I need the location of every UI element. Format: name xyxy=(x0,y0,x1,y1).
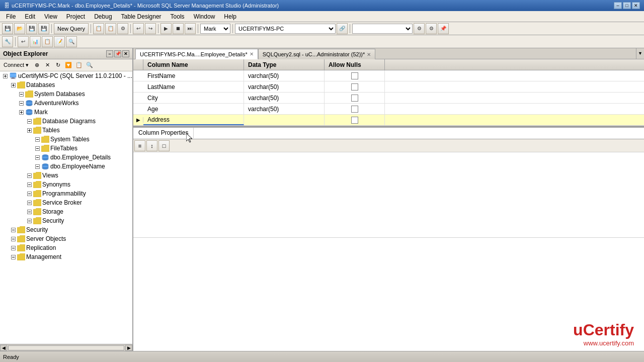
toolbar-step-btn[interactable]: ⏭ xyxy=(185,23,196,34)
tree-expand-adventure[interactable] xyxy=(17,99,25,107)
minimize-button[interactable]: – xyxy=(614,2,622,9)
tab-close-tab1[interactable]: ✕ xyxy=(250,51,254,57)
tree-item-views[interactable]: Views xyxy=(0,171,132,180)
tree-expand-tables[interactable] xyxy=(25,126,33,134)
oe-remove-btn[interactable]: ✕ xyxy=(42,60,52,70)
oe-scrollbar[interactable]: ◀ ▶ xyxy=(0,344,132,351)
tree-item-tables[interactable]: Tables xyxy=(0,126,132,135)
row-null-3[interactable] xyxy=(325,104,385,114)
tree-expand-management[interactable] xyxy=(9,253,17,261)
tree-item-databases[interactable]: Databases xyxy=(0,80,132,89)
maximize-button[interactable]: □ xyxy=(623,2,631,9)
props-alphabetical-btn[interactable]: ↕ xyxy=(146,140,157,151)
tree-item-storage[interactable]: Storage xyxy=(0,207,132,216)
row-null-checkbox-4[interactable] xyxy=(351,117,358,124)
tree-expand-file-tables[interactable] xyxy=(33,144,41,152)
toolbar-save-btn[interactable]: 💾 xyxy=(2,23,13,34)
toolbar-more-btn[interactable]: ⚙ xyxy=(426,23,437,34)
tab-tab2[interactable]: SQLQuery2.sql - uC...Administrator (52))… xyxy=(258,49,376,59)
menu-item-view[interactable]: View xyxy=(40,12,61,21)
toolbar-redo-btn[interactable]: ↪ xyxy=(145,23,156,34)
oe-filter-btn[interactable]: 🔽 xyxy=(63,60,73,70)
tree-expand-storage[interactable] xyxy=(25,208,33,216)
tree-item-sys-db[interactable]: System Databases xyxy=(0,89,132,99)
tab-dropdown-btn[interactable]: ▼ xyxy=(636,48,644,59)
menu-item-project[interactable]: Project xyxy=(62,12,89,21)
row-name-1[interactable]: LastName xyxy=(143,81,244,92)
menu-item-window[interactable]: Window xyxy=(190,12,219,21)
tree-item-server-objects[interactable]: Server Objects xyxy=(0,234,132,243)
toolbar-connect-btn[interactable]: 🔗 xyxy=(337,23,348,34)
row-null-checkbox-2[interactable] xyxy=(351,95,358,102)
tree-item-file-tables[interactable]: FileTables xyxy=(0,144,132,153)
oe-refresh-btn[interactable]: ↻ xyxy=(53,60,63,70)
tree-expand-synonyms[interactable] xyxy=(25,180,33,189)
tree-expand-replication[interactable] xyxy=(9,244,17,252)
toolbar-btn-4[interactable]: 📋 xyxy=(105,23,116,34)
oe-scroll-left[interactable]: ◀ xyxy=(0,345,7,351)
toolbar-undo-btn[interactable]: ↩ xyxy=(133,23,144,34)
tree-expand-mark[interactable] xyxy=(17,108,25,116)
tree-expand-programmability[interactable] xyxy=(25,190,33,198)
oe-header-controls[interactable]: – 📌 ✕ xyxy=(106,50,129,57)
menu-item-help[interactable]: Help xyxy=(220,12,240,21)
oe-minimize-btn[interactable]: – xyxy=(106,50,113,57)
tree-item-db-diag[interactable]: Database Diagrams xyxy=(0,117,132,126)
tree-item-mark[interactable]: Mark xyxy=(0,108,132,117)
oe-report-btn[interactable]: 📋 xyxy=(74,60,84,70)
tree-expand-security[interactable] xyxy=(9,226,17,234)
tree-item-programmability[interactable]: Programmability xyxy=(0,189,132,198)
oe-pin-btn[interactable]: 📌 xyxy=(114,50,121,57)
tab-close-tab2[interactable]: ✕ xyxy=(367,52,371,57)
row-type-4[interactable] xyxy=(244,115,325,125)
tree-expand-db-diag[interactable] xyxy=(25,117,33,125)
template-dropdown[interactable] xyxy=(352,24,413,34)
tb2-btn-3[interactable]: 📊 xyxy=(30,36,41,47)
tree-expand-server-objects[interactable] xyxy=(9,235,17,243)
toolbar-open-btn[interactable]: 📂 xyxy=(14,23,25,34)
menu-item-tools[interactable]: Tools xyxy=(167,12,189,21)
oe-search-btn[interactable]: 🔍 xyxy=(85,60,95,70)
table-row-0[interactable]: FirstNamevarchar(50) xyxy=(133,70,644,81)
row-null-2[interactable] xyxy=(325,93,385,103)
menu-item-file[interactable]: File xyxy=(2,12,20,21)
connection-dropdown[interactable]: UCERTIFYMS-PC xyxy=(235,24,336,34)
tree-expand-sys-db[interactable] xyxy=(17,90,25,98)
oe-scroll-right[interactable]: ▶ xyxy=(125,345,132,351)
tree-item-security[interactable]: Security xyxy=(0,225,132,234)
tree-expand-emp-details[interactable] xyxy=(33,153,41,161)
toolbar-btn-3[interactable]: 📋 xyxy=(93,23,104,34)
toolbar-stop-btn[interactable]: ⏹ xyxy=(173,23,184,34)
toolbar-save-all-btn[interactable]: 💾 xyxy=(38,23,49,34)
oe-close-btn[interactable]: ✕ xyxy=(122,50,129,57)
tree-expand-sys-tables[interactable] xyxy=(33,135,41,143)
table-row-1[interactable]: LastNamevarchar(50) xyxy=(133,81,644,93)
oe-hscroll-track[interactable] xyxy=(8,345,124,350)
row-name-3[interactable]: Age xyxy=(143,104,244,114)
toolbar-debug-btn[interactable]: ▶ xyxy=(160,23,172,34)
tb2-btn-5[interactable]: 📝 xyxy=(54,36,65,47)
close-button[interactable]: ✕ xyxy=(632,2,640,9)
menu-item-debug[interactable]: Debug xyxy=(90,12,116,21)
tree-item-synonyms[interactable]: Synonyms xyxy=(0,180,132,189)
tree-item-sys-tables[interactable]: System Tables xyxy=(0,135,132,144)
tree-expand-emp-name[interactable] xyxy=(33,162,41,170)
row-null-checkbox-3[interactable] xyxy=(351,106,358,113)
tree-item-emp-details[interactable]: dbo.Employee_Details xyxy=(0,153,132,162)
row-null-checkbox-1[interactable] xyxy=(351,83,358,90)
tab-tab1[interactable]: UCERTIFYMS-PC.Ma....Employee_Details*✕ xyxy=(135,49,258,59)
props-categorized-btn[interactable]: ≡ xyxy=(134,140,145,151)
tree-item-security-db[interactable]: Security xyxy=(0,216,132,225)
row-name-4[interactable]: Address xyxy=(143,115,244,125)
title-bar-controls[interactable]: – □ ✕ xyxy=(614,2,640,9)
tree-item-emp-name[interactable]: dbo.EmployeeName xyxy=(0,162,132,171)
toolbar-pin-btn[interactable]: 📌 xyxy=(438,23,449,34)
tree-item-replication[interactable]: Replication xyxy=(0,243,132,252)
row-name-0[interactable]: FirstName xyxy=(143,70,244,81)
row-null-0[interactable] xyxy=(325,70,385,81)
toolbar-save2-btn[interactable]: 💾 xyxy=(26,23,37,34)
oe-add-btn[interactable]: ⊕ xyxy=(32,60,42,70)
row-name-2[interactable]: City xyxy=(143,93,244,103)
tree-item-root[interactable]: uCertifyMS-PC (SQL Server 11.0.2100 - ..… xyxy=(0,71,132,80)
props-pages-btn[interactable]: □ xyxy=(158,140,170,151)
